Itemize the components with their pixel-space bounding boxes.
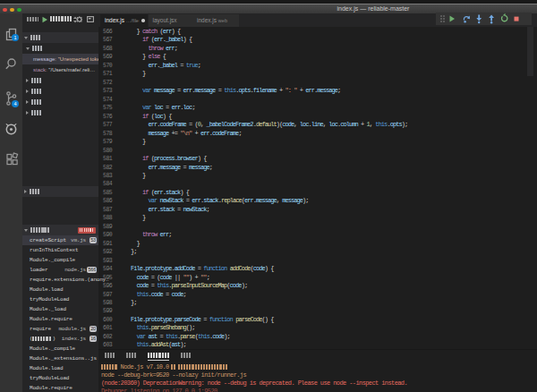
- svg-text:4: 4: [13, 101, 16, 107]
- svg-text:1: 1: [13, 35, 16, 40]
